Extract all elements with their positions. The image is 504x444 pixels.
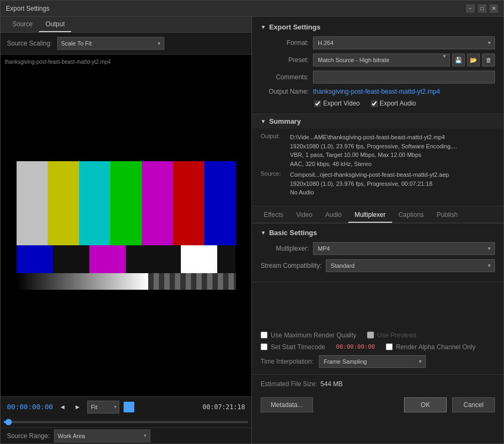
title-bar: Export Settings − □ ✕ bbox=[1, 1, 503, 17]
summary-output-key: Output: bbox=[261, 133, 290, 168]
forward-button[interactable]: ► bbox=[72, 402, 83, 412]
file-size-value: 544 MB bbox=[320, 380, 342, 388]
collapse-arrow-summary[interactable]: ▼ bbox=[261, 118, 266, 124]
time-interpolation-row: Time Interpolation: Frame Sampling Frame… bbox=[261, 355, 495, 368]
tab-multiplexer[interactable]: Multiplexer bbox=[348, 208, 392, 223]
tab-audio[interactable]: Audio bbox=[319, 208, 348, 223]
format-select[interactable]: H.264 H.265 MPEG2 QuickTime bbox=[313, 36, 495, 49]
use-previews-checkbox[interactable] bbox=[367, 332, 374, 338]
ok-cancel-group: OK Cancel bbox=[404, 397, 495, 412]
summary-source-key: Source: bbox=[261, 170, 290, 197]
source-range-wrapper: Work Area Entire Sequence Custom ▼ bbox=[54, 430, 150, 442]
max-render-quality-checkbox[interactable] bbox=[261, 332, 268, 338]
source-range-label: Source Range: bbox=[7, 432, 50, 440]
fit-select[interactable]: Fit 25% 50% 100% bbox=[87, 401, 119, 413]
source-range-select[interactable]: Work Area Entire Sequence Custom bbox=[54, 430, 150, 442]
left-tabs: Source Output bbox=[1, 17, 251, 33]
render-alpha-item[interactable]: Render Alpha Channel Only bbox=[386, 343, 476, 351]
time-interpolation-wrapper: Frame Sampling Frame Blending Optical Fl… bbox=[319, 355, 426, 368]
options-row-1: Use Maximum Render Quality Use Previews bbox=[261, 332, 495, 339]
rewind-button[interactable]: ◄ bbox=[57, 402, 68, 412]
minimize-button[interactable]: − bbox=[466, 4, 475, 13]
scrubber-track[interactable] bbox=[4, 421, 248, 423]
export-video-checkbox[interactable] bbox=[314, 100, 321, 107]
cancel-button[interactable]: Cancel bbox=[452, 397, 495, 412]
output-name-row: Output Name: thanksgiving-post-feast-bea… bbox=[261, 88, 495, 95]
scrubber-handle[interactable] bbox=[5, 419, 12, 425]
color-bars bbox=[17, 161, 236, 290]
comments-control bbox=[313, 71, 495, 84]
max-render-quality-item[interactable]: Use Maximum Render Quality bbox=[261, 332, 356, 339]
metadata-button[interactable]: Metadata... bbox=[261, 397, 313, 412]
max-render-quality-label: Use Maximum Render Quality bbox=[271, 332, 356, 339]
close-button[interactable]: ✕ bbox=[490, 4, 498, 13]
window-title: Export Settings bbox=[6, 5, 49, 12]
bar-blue bbox=[204, 161, 236, 245]
export-audio-checkbox[interactable] bbox=[371, 100, 378, 107]
ok-button[interactable]: OK bbox=[404, 397, 447, 412]
collapse-arrow-export[interactable]: ▼ bbox=[261, 24, 266, 30]
transport-bar: 00:00:00:00 ◄ ► Fit 25% 50% 100% ▼ 00:07… bbox=[1, 396, 251, 417]
export-settings-window: Export Settings − □ ✕ Source Output Sour… bbox=[0, 0, 504, 444]
comments-input[interactable] bbox=[313, 71, 495, 84]
content-area: Source Output Source Scaling: Scale To F… bbox=[1, 17, 503, 443]
panel-tabs: Effects Video Audio Multiplexer Captions… bbox=[252, 206, 503, 223]
summary-header[interactable]: ▼ Summary bbox=[252, 114, 503, 129]
tab-publish[interactable]: Publish bbox=[430, 208, 464, 223]
basic-settings-header: ▼ Basic Settings bbox=[261, 229, 495, 237]
multiplexer-row: Multiplexer: MP4 TS MP4 Fragmented ▼ bbox=[261, 242, 495, 255]
export-audio-check[interactable]: Export Audio bbox=[371, 100, 416, 107]
stream-compat-select[interactable]: Standard Custom bbox=[326, 259, 495, 272]
file-size-label: Estimated File Size: bbox=[261, 380, 317, 388]
checker-area bbox=[148, 273, 236, 290]
tab-output[interactable]: Output bbox=[39, 17, 71, 32]
tab-source[interactable]: Source bbox=[6, 17, 39, 32]
preview-area: thanksgiving-post-feast-beast-mattd-yt2.… bbox=[1, 55, 251, 396]
tab-video[interactable]: Video bbox=[289, 208, 318, 223]
preset-import-button[interactable]: 📂 bbox=[467, 54, 480, 66]
comments-row: Comments: bbox=[261, 71, 495, 84]
bar-red bbox=[173, 161, 204, 245]
summary-output-row: Output: D:\Vide...AME\thanksgiving-post-… bbox=[261, 133, 495, 168]
time-display-end: 00:07:21:18 bbox=[203, 403, 245, 411]
gradient-bar bbox=[17, 273, 148, 290]
use-previews-label: Use Previews bbox=[377, 332, 416, 339]
time-interpolation-select[interactable]: Frame Sampling Frame Blending Optical Fl… bbox=[319, 355, 426, 368]
use-previews-item[interactable]: Use Previews bbox=[367, 332, 416, 339]
set-start-timecode-checkbox[interactable] bbox=[261, 343, 268, 350]
basic-settings-section: ▼ Basic Settings Multiplexer: MP4 TS MP4… bbox=[252, 223, 503, 282]
export-settings-title: Export Settings bbox=[269, 23, 320, 31]
multiplexer-select[interactable]: MP4 TS MP4 Fragmented bbox=[313, 242, 495, 255]
bar-yellow bbox=[48, 161, 79, 245]
tab-effects[interactable]: Effects bbox=[257, 208, 289, 223]
output-name-link[interactable]: thanksgiving-post-feast-beast-mattd-yt2.… bbox=[313, 88, 440, 95]
export-audio-label: Export Audio bbox=[380, 100, 416, 107]
maximize-button[interactable]: □ bbox=[478, 4, 486, 13]
tab-captions[interactable]: Captions bbox=[392, 208, 430, 223]
stream-compat-label: Stream Compatibility: bbox=[261, 262, 322, 269]
set-start-timecode-item[interactable]: Set Start Timecode bbox=[261, 343, 325, 351]
source-scaling-wrapper: Scale To Fit Scale To Fill Stretch To Fi… bbox=[57, 37, 164, 50]
scrubber-area[interactable] bbox=[1, 417, 251, 427]
bar-b-blue bbox=[17, 245, 53, 273]
bottom-buttons: Metadata... OK Cancel bbox=[252, 393, 503, 417]
format-row: Format: H.264 H.265 MPEG2 QuickTime ▼ bbox=[261, 36, 495, 49]
preset-select[interactable]: Match Source - High bitrate Match Source… bbox=[313, 54, 450, 66]
summary-title: Summary bbox=[269, 117, 301, 125]
source-scaling-select[interactable]: Scale To Fit Scale To Fill Stretch To Fi… bbox=[57, 37, 164, 50]
collapse-arrow-basic[interactable]: ▼ bbox=[261, 230, 266, 236]
gradient-row bbox=[17, 273, 236, 290]
stream-compat-control: Standard Custom ▼ bbox=[326, 259, 495, 272]
preset-save-button[interactable]: 💾 bbox=[452, 54, 465, 66]
set-start-timecode-label: Set Start Timecode bbox=[271, 343, 325, 351]
export-video-check[interactable]: Export Video bbox=[314, 100, 360, 107]
render-alpha-checkbox[interactable] bbox=[386, 343, 393, 350]
bar-magenta bbox=[142, 161, 173, 245]
bar-b-dark bbox=[53, 245, 89, 273]
preset-row: Preset: Match Source - High bitrate Matc… bbox=[261, 54, 495, 66]
timecode-value: 00:00:00:00 bbox=[336, 343, 375, 350]
bar-b-mag bbox=[89, 245, 126, 273]
bar-b-dark4 bbox=[217, 245, 235, 273]
time-interpolation-label: Time Interpolation: bbox=[261, 358, 314, 365]
preset-delete-button[interactable]: 🗑 bbox=[482, 54, 495, 66]
